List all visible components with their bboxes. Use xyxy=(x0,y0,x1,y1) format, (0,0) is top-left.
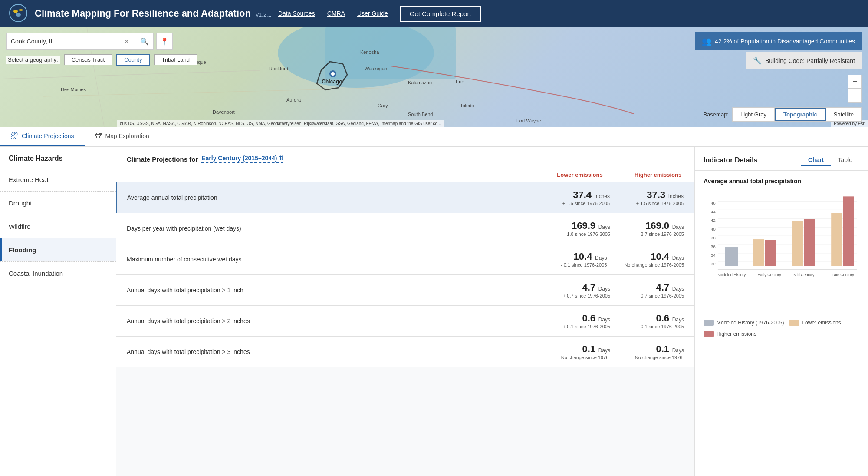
svg-text:Late Century: Late Century xyxy=(832,273,854,277)
user-guide-link[interactable]: User Guide xyxy=(357,10,388,17)
legend-swatch-higher xyxy=(704,331,714,337)
app-header: Climate Mapping For Resilience and Adapt… xyxy=(0,0,868,27)
cloud-rain-icon: ⛈ xyxy=(10,132,18,141)
lower-emissions-label: Lower emissions xyxy=(554,172,606,178)
svg-point-2 xyxy=(19,9,23,11)
svg-text:Fort Wayne: Fort Wayne xyxy=(516,118,541,123)
basemap-light-gray-button[interactable]: Light Gray xyxy=(733,108,775,121)
svg-text:Davenport: Davenport xyxy=(213,109,235,115)
search-input[interactable] xyxy=(11,38,120,45)
basemap-topographic-button[interactable]: Topographic xyxy=(775,108,826,121)
data-row-precip-1in[interactable]: Annual days with total precipitation > 1… xyxy=(116,275,694,306)
data-values: 37.4 Inches + 1.6 since 1976-2005 37.3 I… xyxy=(553,189,684,206)
svg-text:Aurora: Aurora xyxy=(286,97,301,102)
tab-map-exploration[interactable]: 🗺 Map Exploration xyxy=(85,127,160,146)
svg-text:46: 46 xyxy=(711,201,716,205)
chart-title: Average annual total precipitation xyxy=(704,178,859,185)
geo-county-button[interactable]: County xyxy=(116,54,150,66)
header-nav: Data Sources CMRA User Guide Get Complet… xyxy=(278,6,481,22)
svg-rect-8 xyxy=(326,27,456,79)
right-panel-header: Indicator Details Chart Table xyxy=(695,147,868,171)
bar-modeled-history xyxy=(725,247,738,266)
bar-chart: 46 44 42 40 38 36 34 32 xyxy=(704,192,859,313)
indicator-details-title: Indicator Details xyxy=(704,156,757,164)
svg-text:Waukegan: Waukegan xyxy=(365,66,387,71)
hazard-item-wildfire[interactable]: Wildfire xyxy=(0,215,116,238)
chart-legend: Modeled History (1976-2005) Lower emissi… xyxy=(704,320,859,337)
data-row-precip-2in[interactable]: Annual days with total precipitation > 2… xyxy=(116,306,694,337)
svg-text:Chicago: Chicago xyxy=(322,79,342,85)
svg-point-11 xyxy=(331,72,335,76)
svg-text:Mid Century: Mid Century xyxy=(793,273,815,277)
tab-climate-projections[interactable]: ⛈ Climate Projections xyxy=(0,127,85,146)
zoom-controls: + − xyxy=(848,75,862,103)
svg-text:Kenosha: Kenosha xyxy=(360,50,379,55)
indicator-details-panel: Indicator Details Chart Table Average an… xyxy=(694,147,868,476)
map-area[interactable]: Chicago Rockford Dubuque Waterloo Des Mo… xyxy=(0,27,868,127)
geo-label: Select a geography: xyxy=(6,56,60,64)
wrench-icon: 🔧 xyxy=(753,56,762,65)
zoom-in-button[interactable]: + xyxy=(848,75,862,89)
data-row-avg-precip[interactable]: Average annual total precipitation 37.4 … xyxy=(116,182,694,213)
svg-text:40: 40 xyxy=(711,227,716,231)
geography-selector: Select a geography: Census Tract County … xyxy=(6,54,197,66)
search-bar: ✕ 🔍 📍 xyxy=(6,33,173,50)
geo-census-tract-button[interactable]: Census Tract xyxy=(64,54,112,65)
period-selector[interactable]: Early Century (2015–2044) ⇅ xyxy=(201,155,283,163)
svg-line-6 xyxy=(43,88,391,96)
climate-hazards-sidebar: Climate Hazards Extreme Heat Drought Wil… xyxy=(0,147,116,476)
three-column-layout: Climate Hazards Extreme Heat Drought Wil… xyxy=(0,147,868,476)
geo-tribal-land-button[interactable]: Tribal Land xyxy=(154,54,197,65)
svg-text:36: 36 xyxy=(711,244,716,249)
bar-early-higher xyxy=(765,240,776,266)
svg-text:Modeled History: Modeled History xyxy=(717,273,746,277)
emissions-labels: Lower emissions Higher emissions xyxy=(116,168,694,182)
bar-late-higher xyxy=(843,196,854,266)
hazard-item-extreme-heat[interactable]: Extreme Heat xyxy=(0,168,116,191)
main-content: ⛈ Climate Projections 🗺 Map Exploration … xyxy=(0,127,868,476)
search-icon[interactable]: 🔍 xyxy=(140,37,149,46)
svg-text:Kalamazoo: Kalamazoo xyxy=(408,80,432,85)
tabs-bar: ⛈ Climate Projections 🗺 Map Exploration xyxy=(0,127,868,147)
basemap-satellite-button[interactable]: Satellite xyxy=(826,108,861,121)
data-sources-link[interactable]: Data Sources xyxy=(278,10,315,17)
hazard-item-drought[interactable]: Drought xyxy=(0,191,116,215)
higher-emissions-label: Higher emissions xyxy=(632,172,684,178)
data-row-wet-days[interactable]: Days per year with precipitation (wet da… xyxy=(116,213,694,244)
svg-text:38: 38 xyxy=(711,235,716,240)
svg-text:Erie: Erie xyxy=(456,79,464,84)
svg-point-1 xyxy=(13,10,18,13)
basemap-label: Basemap: xyxy=(703,111,729,118)
sidebar-title: Climate Hazards xyxy=(0,147,116,168)
get-report-button[interactable]: Get Complete Report xyxy=(400,6,481,22)
svg-text:Des Moines: Des Moines xyxy=(61,87,86,92)
higher-value: 37.3 Inches + 1.5 since 1976-2005 xyxy=(627,189,684,206)
svg-text:44: 44 xyxy=(711,209,716,214)
middle-panel: Climate Projections for Early Century (2… xyxy=(116,147,694,476)
svg-text:South Bend: South Bend xyxy=(408,112,433,117)
svg-text:34: 34 xyxy=(711,253,716,258)
tab-chart[interactable]: Chart xyxy=(801,155,831,166)
tab-table[interactable]: Table xyxy=(831,155,859,166)
map-icon: 🗺 xyxy=(95,132,102,140)
zoom-out-button[interactable]: − xyxy=(848,89,862,103)
people-icon: 👥 xyxy=(702,36,711,46)
data-row-precip-3in[interactable]: Annual days with total precipitation > 3… xyxy=(116,337,694,367)
search-input-wrap[interactable]: ✕ 🔍 xyxy=(6,33,154,50)
location-button[interactable]: 📍 xyxy=(156,33,173,50)
projections-header: Climate Projections for Early Century (2… xyxy=(116,147,694,168)
svg-text:32: 32 xyxy=(711,261,716,266)
basemap-selector: Basemap: Light Gray Topographic Satellit… xyxy=(703,107,862,122)
row-label: Average annual total precipitation xyxy=(127,194,550,201)
header-title: Climate Mapping For Resilience and Adapt… xyxy=(35,8,271,19)
clear-icon[interactable]: ✕ xyxy=(124,37,129,46)
svg-text:Toledo: Toledo xyxy=(460,103,474,108)
cmra-link[interactable]: CMRA xyxy=(327,10,345,17)
legend-swatch-modeled xyxy=(704,320,714,326)
hazard-item-flooding[interactable]: Flooding xyxy=(0,238,116,261)
disadvantaged-communities-badge: 👥 42.2% of Population in Disadvantaged C… xyxy=(695,32,862,50)
map-attribution: bus DS, USGS, NGA, NASA, CGIAR, N Robins… xyxy=(117,120,444,127)
data-row-consec-wet[interactable]: Maximum number of consecutive wet days 1… xyxy=(116,244,694,275)
hazard-item-coastal-inundation[interactable]: Coastal Inundation xyxy=(0,261,116,285)
legend-swatch-lower xyxy=(789,320,799,326)
